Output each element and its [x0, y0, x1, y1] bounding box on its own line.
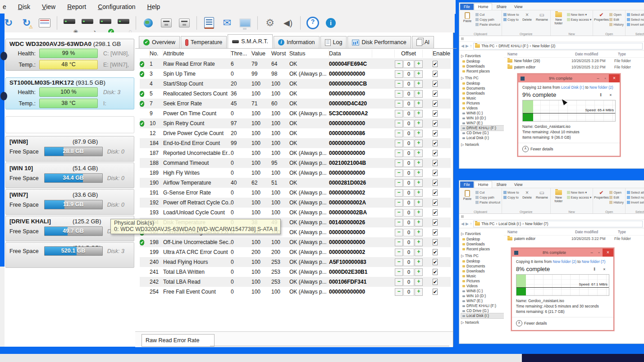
- offset-value[interactable]: 0: [403, 100, 414, 108]
- tab-information[interactable]: iInformation: [274, 36, 320, 48]
- new-folder-button[interactable]: New folder: [552, 11, 566, 32]
- cancel-button[interactable]: ×: [599, 267, 609, 272]
- help-icon[interactable]: ?: [306, 16, 320, 30]
- destination-link[interactable]: New folder (7): [582, 259, 606, 264]
- offset-value[interactable]: 0: [403, 209, 414, 217]
- smart-row-9[interactable]: 9Power On Time Count0100100OK (Always p.…: [140, 109, 451, 118]
- button-edit[interactable]: Edit: [609, 195, 623, 199]
- nav-item-recent-places[interactable]: Recent places: [461, 69, 504, 74]
- enable-checkbox[interactable]: ✔: [433, 120, 438, 127]
- smart-row-242[interactable]: 242Total LBA Read0100253OK (Always p...0…: [140, 277, 451, 287]
- disk-clock-icon[interactable]: ◔: [81, 16, 94, 30]
- offset-plus-button[interactable]: +: [415, 169, 423, 177]
- button-select-all[interactable]: Select all: [627, 13, 644, 17]
- smart-row-188[interactable]: 188Command Timeout010095OK (Always p...0…: [140, 158, 451, 168]
- column-type[interactable]: Type: [618, 230, 644, 234]
- offset-minus-button[interactable]: −: [395, 288, 403, 296]
- button-paste-shortcut[interactable]: Paste shortcut: [475, 200, 500, 204]
- nav-item-desktop[interactable]: Desktop: [461, 59, 504, 64]
- button-history[interactable]: History: [609, 200, 623, 204]
- pause-button[interactable]: ‖: [589, 267, 599, 272]
- nav-item-win7-e[interactable]: WIN7 (E:): [461, 121, 504, 126]
- nav-item-desktop[interactable]: Desktop: [461, 259, 504, 264]
- offset-minus-button[interactable]: −: [395, 189, 403, 197]
- menu-item-e[interactable]: e: [3, 3, 6, 10]
- offset-value[interactable]: 0: [403, 229, 414, 236]
- nav-header-this-pc[interactable]: ▷ This PC: [461, 253, 504, 258]
- column-date-modified[interactable]: Date modified: [575, 230, 618, 234]
- breadcrumb[interactable]: This PC›Local Disk (I:)›New folder (7): [473, 221, 643, 227]
- breadcrumb-segment[interactable]: This PC: [481, 44, 494, 48]
- smart-row-198[interactable]: ✔198Off-Line Uncorrectable Sec...0100100…: [140, 237, 451, 247]
- enable-checkbox[interactable]: ✔: [433, 180, 438, 186]
- enable-checkbox[interactable]: ✔: [433, 170, 438, 176]
- offset-plus-button[interactable]: +: [415, 159, 423, 167]
- offset-value[interactable]: 0: [403, 288, 414, 296]
- info-icon[interactable]: i: [324, 16, 338, 30]
- network-disk-icon[interactable]: [142, 16, 155, 30]
- partition-panel-win-10[interactable]: [WIN 10](51.4 GB)Free Space34.4 GBDisk: …: [5, 163, 134, 188]
- nav-item-win-10-d[interactable]: WIN 10 (D:): [461, 294, 504, 299]
- smart-row-189[interactable]: 189High Fly Writes0100100OK (Always p...…: [140, 168, 451, 178]
- button-rename[interactable]: ▭Rename: [535, 11, 549, 32]
- source-link[interactable]: New folder (2): [553, 259, 576, 264]
- destination-link[interactable]: New folder (2): [589, 85, 613, 90]
- offset-minus-button[interactable]: −: [395, 239, 403, 246]
- disk-ok-icon[interactable]: ✔: [99, 16, 112, 30]
- button-copy-to[interactable]: Copy to: [503, 195, 519, 199]
- file-row-new-folder-29[interactable]: New folder (29)10/26/2025 3:28 PMFile fo…: [504, 58, 644, 64]
- report-card-icon[interactable]: [38, 16, 51, 30]
- nav-item-desktop[interactable]: Desktop: [461, 81, 504, 86]
- ribbon-tab-view[interactable]: View: [511, 4, 526, 10]
- nav-item-local-disk-i[interactable]: Local Disk (I:): [461, 136, 504, 140]
- button-move-to[interactable]: Move to: [503, 13, 519, 17]
- offset-minus-button[interactable]: −: [395, 100, 403, 108]
- enable-checkbox[interactable]: ✔: [433, 209, 438, 216]
- offset-value[interactable]: 0: [403, 239, 414, 246]
- smart-row-240[interactable]: 240Head Flying Hours0100253OK (Always p.…: [140, 257, 451, 267]
- offset-value[interactable]: 0: [403, 149, 414, 157]
- nav-item-videos[interactable]: Videos: [461, 284, 504, 289]
- properties-button[interactable]: ✔Properties: [594, 11, 608, 32]
- offset-value[interactable]: 0: [403, 249, 414, 256]
- disk-panel-st1000lm035-1rk172[interactable]: ST1000LM035-1RK172 (931.5 GB)Health:100 …: [5, 77, 134, 109]
- tab-temperature[interactable]: Temperature: [181, 36, 227, 48]
- offset-plus-button[interactable]: +: [415, 149, 423, 157]
- enable-checkbox[interactable]: ✔: [433, 219, 438, 226]
- offset-value[interactable]: 0: [403, 110, 414, 118]
- disk-panel-wdc-wd3200avjs-63wda0[interactable]: WDC WD3200AVJS-63WDA0 (298.1 GBHealth:99…: [5, 39, 134, 71]
- button-select-all[interactable]: Select all: [627, 190, 644, 195]
- up-button[interactable]: ↑: [470, 222, 472, 226]
- nav-header-favorites[interactable]: ▷ Favorites: [461, 231, 504, 236]
- enable-checkbox[interactable]: ✔: [433, 160, 438, 166]
- offset-plus-button[interactable]: +: [415, 288, 423, 296]
- dialog-titlebar[interactable]: 8% complete–▫×: [512, 249, 613, 257]
- tab-log[interactable]: Log: [320, 36, 347, 48]
- nav-item-cd-drive-g[interactable]: CD Drive (G:): [461, 308, 504, 313]
- nav-item-drive-khali-f[interactable]: DRIVE KHALI (F:): [461, 126, 504, 131]
- offset-value[interactable]: 0: [403, 268, 414, 276]
- enable-checkbox[interactable]: ✔: [433, 199, 438, 206]
- offset-minus-button[interactable]: −: [395, 209, 403, 217]
- button-easy-access[interactable]: Easy access ▾: [567, 195, 592, 199]
- offset-value[interactable]: 0: [403, 70, 414, 78]
- fewer-details-button[interactable]: ∧Fewer details: [516, 319, 609, 328]
- enable-checkbox[interactable]: ✔: [433, 269, 438, 275]
- offset-plus-button[interactable]: +: [415, 140, 423, 147]
- offset-minus-button[interactable]: −: [395, 268, 403, 276]
- enable-checkbox[interactable]: ✔: [433, 259, 438, 265]
- pause-button[interactable]: ‖: [596, 93, 606, 97]
- selected-attribute-box[interactable]: Raw Read Error Rate: [142, 334, 215, 347]
- paste-button[interactable]: Paste: [461, 11, 474, 32]
- smart-row-193[interactable]: 193Load/Unload Cycle Count0100100OK (Alw…: [140, 208, 451, 217]
- nav-item-downloads[interactable]: Downloads: [461, 269, 504, 274]
- close-button[interactable]: ×: [603, 249, 613, 257]
- tab-disk-performance[interactable]: Disk Performance: [347, 36, 411, 48]
- offset-minus-button[interactable]: −: [395, 249, 403, 256]
- nav-item-win-10-d[interactable]: WIN 10 (D:): [461, 116, 504, 121]
- nav-item-downloads[interactable]: Downloads: [461, 91, 504, 96]
- smart-row-191[interactable]: 191G-Sense Error Rate0100100OK (Always p…: [140, 188, 451, 198]
- enable-checkbox[interactable]: ✔: [433, 150, 438, 156]
- button-delete[interactable]: ×Delete: [521, 11, 534, 32]
- offset-minus-button[interactable]: −: [395, 130, 403, 137]
